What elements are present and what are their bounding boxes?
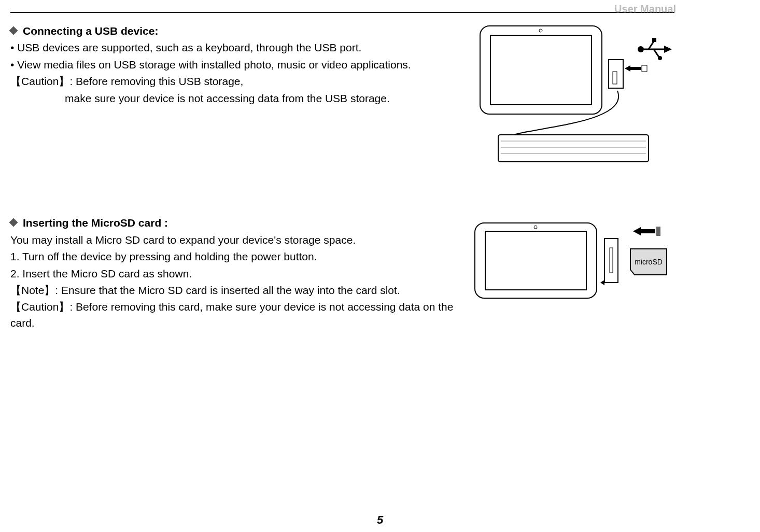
usb-line1: • USB devices are supported, such as a k…	[10, 40, 456, 55]
sd-line2: 1. Turn off the device by pressing and h…	[10, 249, 456, 264]
figure-usb-device	[475, 21, 677, 166]
usb-caution-line1: 【Caution】: Before removing this USB stor…	[10, 74, 456, 89]
sd-line1: You may install a Micro SD card to expan…	[10, 232, 456, 248]
page-number: 5	[0, 513, 760, 527]
svg-rect-12	[652, 38, 656, 42]
usb-illustration-icon	[475, 21, 677, 166]
section-usb: Connecting a USB device: • USB devices a…	[10, 23, 677, 106]
svg-marker-24	[600, 280, 604, 285]
svg-line-13	[654, 49, 659, 57]
caution-label: 【Caution】	[10, 75, 69, 87]
svg-rect-20	[485, 231, 586, 290]
svg-rect-27	[656, 227, 660, 236]
usb-line2: • View media files on USB storage with i…	[10, 57, 456, 73]
sd-caution-line: 【Caution】: Before removing this card, ma…	[10, 299, 456, 331]
svg-marker-10	[664, 46, 672, 53]
svg-rect-7	[642, 65, 647, 72]
svg-marker-5	[625, 65, 630, 72]
sd-line3: 2. Insert the Micro SD card as shown.	[10, 266, 456, 282]
svg-marker-25	[633, 227, 641, 235]
bullet-diamond-icon	[9, 218, 18, 227]
microsd-card-label: microSD	[635, 258, 663, 266]
section-microsd-body: You may install a Micro SD card to expan…	[10, 232, 456, 331]
header-title: User Manual	[614, 3, 676, 15]
svg-point-2	[539, 29, 542, 32]
section-microsd-heading-text: Inserting the MicroSD card :	[23, 217, 168, 229]
sd-caution-text: : Before removing this card, make sure y…	[10, 301, 453, 328]
caution-label-2: 【Caution】	[10, 301, 69, 313]
svg-line-11	[649, 41, 654, 49]
svg-rect-0	[480, 26, 602, 114]
sd-note-line: 【Note】: Ensure that the Micro SD card is…	[10, 283, 456, 298]
note-label: 【Note】	[10, 284, 55, 296]
svg-point-21	[534, 226, 537, 229]
svg-point-14	[658, 56, 662, 60]
header-rule	[10, 12, 674, 13]
svg-rect-22	[604, 239, 618, 283]
usb-caution-text2: make sure your device is not accessing d…	[10, 91, 456, 106]
svg-rect-26	[641, 229, 655, 233]
usb-caution-text1: : Before removing this USB storage,	[69, 75, 243, 87]
section-microsd: Inserting the MicroSD card : You may ins…	[10, 215, 677, 331]
bullet-diamond-icon	[9, 26, 18, 35]
svg-rect-6	[630, 67, 641, 70]
svg-rect-15	[498, 135, 649, 162]
sd-note-text: : Ensure that the Micro SD card is inser…	[55, 284, 400, 296]
page-content: Connecting a USB device: • USB devices a…	[10, 23, 677, 332]
svg-rect-1	[490, 35, 592, 105]
section-usb-heading-text: Connecting a USB device:	[23, 25, 158, 37]
section-usb-body: • USB devices are supported, such as a k…	[10, 40, 456, 106]
microsd-illustration-icon: microSD	[470, 218, 677, 301]
figure-microsd: microSD	[470, 218, 677, 301]
svg-rect-19	[475, 223, 597, 298]
